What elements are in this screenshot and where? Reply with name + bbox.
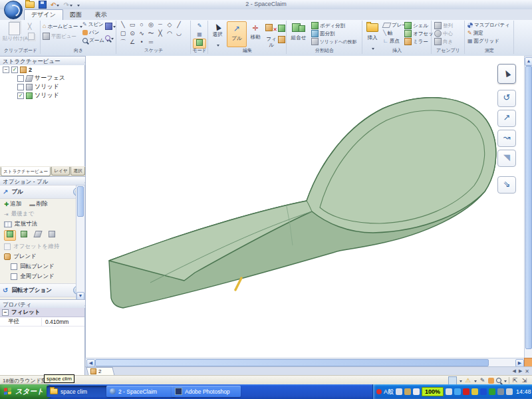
tab-structure[interactable]: ストラクチャービュー [1,167,51,176]
keep-offset-checkbox[interactable] [4,243,11,250]
vscroll-up-button[interactable]: ▲ [525,57,532,66]
solid1-checkbox[interactable] [17,84,24,90]
tree-row-surface[interactable]: サーフェス [0,74,84,82]
plan-view-button[interactable]: 平面ビュー [43,33,76,40]
center-button[interactable]: 中心 [434,30,453,37]
warnings-icon[interactable]: ⚠ [464,377,471,384]
battery-indicator[interactable]: 100% [422,387,444,396]
ime-pad-icon[interactable] [413,388,420,395]
status-zoom-icon[interactable] [496,378,501,383]
sketch-three-point-circle-icon[interactable]: ◎ [146,21,156,29]
axis-button[interactable]: ╲軸 [383,30,392,36]
properties-group-row[interactable]: − フィレット [0,308,84,317]
tab-layers[interactable]: レイヤ [51,167,70,176]
spaceclaim-logo[interactable] [4,1,23,19]
ati-icon[interactable] [463,388,469,395]
wireless-icon[interactable] [454,388,461,395]
sketch-construction-icon[interactable]: ┄ [156,21,165,29]
cut-button[interactable]: ╳ [28,23,31,30]
ime-keyboard-icon[interactable] [396,388,402,395]
close-document-icon[interactable]: ✕ [525,368,529,374]
status-pan-icon[interactable] [488,378,494,384]
up-to-option[interactable]: 最後まで [11,210,34,218]
sketch-circle-icon[interactable]: ○ [137,21,146,29]
sketch-sweep-arc-icon[interactable]: ◡ [174,29,184,38]
copy-button[interactable] [28,33,35,40]
surface-checkbox[interactable] [17,75,24,82]
select-tool-button[interactable]: ▲ 選択 [209,22,225,49]
tab-scroll-left-icon[interactable]: ◀ [513,368,516,374]
bluetooth-icon[interactable] [480,388,487,395]
orient-button[interactable]: 向き [434,38,453,45]
tab-display[interactable]: 表示 [88,10,114,20]
tab-selection[interactable]: 選択 [70,167,84,176]
snapshot-icon[interactable] [448,376,457,385]
tree-row-solid-2[interactable]: ソリッド [0,91,84,100]
sketch-reference-icon[interactable]: ◇ [165,21,174,29]
select-cursor-button[interactable]: ▲ [497,64,516,84]
rotational-blend-checkbox[interactable] [11,263,17,270]
root-checkbox[interactable] [11,66,18,73]
curved-pull-button[interactable]: ↝ [497,130,516,147]
mass-properties-button[interactable]: マスプロパティ [467,22,510,28]
open-button[interactable] [25,1,35,8]
project-to-solid-button[interactable]: ソリッドへの投影 [311,38,356,45]
vscroll-thumb[interactable] [525,66,532,349]
view-cube-button[interactable] [105,23,116,30]
camera-views-button[interactable] [105,35,114,41]
zoom-window-icon[interactable]: ⇲ [521,377,528,384]
spin-button[interactable]: ✎ スピン [82,21,108,27]
usb-icon[interactable] [506,388,513,395]
pull-direction-option-1[interactable] [4,230,16,241]
ime-mode-indicator[interactable]: A般 [384,388,394,396]
sketch-trim-icon[interactable]: ╳ [156,29,165,38]
collapse-icon[interactable]: − [3,66,9,73]
solid2-checkbox[interactable] [17,92,24,99]
spoon-model[interactable] [86,56,525,358]
zoom-extents-icon[interactable]: ⇱ [511,377,519,384]
sketch-rectangle-icon[interactable]: ▭ [128,21,137,29]
sketch-tangent-icon[interactable]: 〜 [146,29,156,38]
pull-copy-button[interactable] [278,34,285,46]
pull-direction-option-4[interactable] [46,230,58,241]
tab-design[interactable]: デザイン [24,9,63,20]
split-face-button[interactable]: 面分割 [311,30,335,37]
power-plug-icon[interactable] [446,388,452,395]
sketch-rounded-rect-icon[interactable]: ▢ [118,29,128,38]
sketch-spline-icon[interactable]: ∿ [137,29,146,38]
sketch-corner-icon[interactable]: ∠ [128,38,137,47]
properties-collapse-icon[interactable]: − [2,309,9,316]
document-tab-label[interactable]: 2 [98,368,101,374]
hscroll-thumb[interactable] [95,359,489,366]
sketch-offset-line-icon[interactable]: ═ [146,38,156,47]
save-button[interactable] [39,1,47,9]
sweep-arrow-button[interactable]: ◥ [497,150,516,167]
options-scrollbar[interactable]: ▼ [76,185,85,301]
undo-button[interactable]: ↶ [51,1,59,9]
tree-row-root[interactable]: − 2 [0,65,84,74]
ruler-dimension-option[interactable]: 定規寸法 [15,220,37,228]
display-icon[interactable] [497,388,504,395]
sketch-arc-icon[interactable]: ◠ [165,29,174,38]
fill-tool-button[interactable]: ✕ フィル [264,22,279,48]
align-button[interactable]: 整列 [434,22,453,29]
pull-direction-option-3[interactable] [32,230,44,241]
home-view-button[interactable]: ⌂ ホームビュー [43,23,82,29]
sketch-tangent-arc-icon[interactable]: ⌒ [118,38,128,47]
replace-face-button[interactable] [278,23,285,35]
status-spin-icon[interactable]: ✎ [479,377,486,384]
pull-to-target-button[interactable]: ⇘ [497,176,516,194]
clock[interactable]: 14:48 [516,388,531,395]
periodic-blend-checkbox[interactable] [11,273,17,280]
pull-direction-option-2[interactable] [18,230,30,241]
sketch-ellipse-icon[interactable]: ⊙ [128,29,137,38]
quick-access-menu-icon[interactable] [77,5,80,8]
spin-view-button[interactable]: ↺ [497,90,516,107]
paste-button[interactable]: 貼り付け(A) [3,22,25,41]
task-button-space-clim[interactable]: space clim [47,386,110,397]
shell-button[interactable]: シェル [404,22,428,29]
measure-button[interactable]: ✎ 測定 [467,30,483,36]
tree-row-solid-1[interactable]: ソリッド [0,82,84,91]
tab-drawing[interactable]: 図面 [63,10,88,20]
move-tool-button[interactable]: ✛ 移動 [247,22,263,40]
